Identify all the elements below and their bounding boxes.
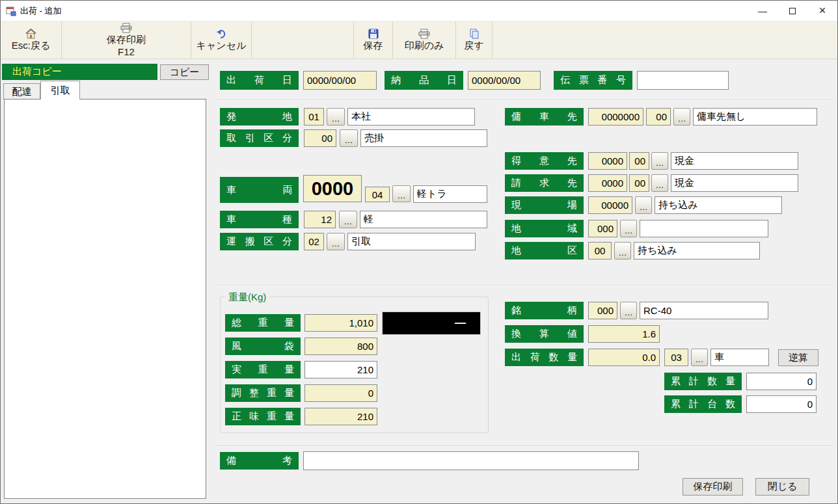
customer-code2-input[interactable] — [629, 152, 649, 170]
net-weight-label: 正味重量 — [225, 408, 301, 425]
vehicle-class-text-input[interactable] — [360, 211, 487, 228]
site-code-input[interactable] — [588, 196, 632, 214]
revert-label: 戻す — [464, 40, 483, 51]
home-icon — [25, 29, 36, 39]
vehicle-class-code-input[interactable] — [304, 211, 336, 228]
gross-weight-input[interactable] — [304, 314, 377, 332]
minimize-button[interactable]: — — [748, 1, 777, 21]
maximize-button[interactable] — [777, 1, 807, 21]
footer-close-button[interactable]: 閉じる — [755, 478, 809, 496]
trade-type-label: 取引区分 — [220, 129, 299, 147]
delivery-date-label: 納品日 — [385, 71, 463, 90]
tab-pickup[interactable]: 引取 — [40, 81, 80, 99]
window-title: 出荷 - 追加 — [20, 5, 62, 17]
printer-icon — [120, 23, 132, 33]
copy-button[interactable]: コピー — [160, 64, 209, 80]
vehicle-code-input[interactable] — [365, 187, 390, 202]
tare-weight-input[interactable] — [304, 338, 377, 355]
site-text-input[interactable] — [655, 196, 782, 214]
close-button[interactable]: × — [807, 1, 837, 21]
district-text-input[interactable] — [634, 242, 760, 259]
toolbar-spacer — [252, 21, 353, 59]
vehicle-class-label: 車種 — [220, 211, 299, 228]
customer-text-input[interactable] — [671, 152, 798, 170]
tab-delivery[interactable]: 配達 — [3, 83, 40, 99]
transport-type-text-input[interactable] — [347, 233, 476, 250]
charter-code2-input[interactable] — [646, 108, 671, 126]
vehicle-text-input[interactable] — [413, 185, 487, 203]
billing-code1-input[interactable] — [588, 174, 627, 192]
district-label: 地区 — [505, 242, 584, 259]
transport-type-code-input[interactable] — [304, 233, 324, 250]
transport-type-label: 運搬区分 — [220, 233, 299, 250]
trade-type-lookup-button[interactable]: … — [340, 129, 358, 147]
undo-icon — [216, 29, 226, 39]
cumulative-qty-input[interactable] — [746, 373, 817, 390]
billing-text-input[interactable] — [671, 174, 798, 192]
vehicle-class-lookup-button[interactable]: … — [339, 211, 357, 228]
trade-type-code-input[interactable] — [304, 129, 336, 147]
title-bar: 出荷 - 追加 — × — [1, 1, 837, 21]
billing-code2-input[interactable] — [629, 174, 649, 192]
origin-code-input[interactable] — [304, 108, 324, 126]
site-lookup-button[interactable]: … — [635, 196, 652, 214]
scale-display-value: — — [455, 317, 466, 330]
slip-number-input[interactable] — [637, 71, 729, 90]
brand-code-input[interactable] — [588, 302, 617, 319]
net-weight-input[interactable] — [304, 408, 377, 425]
save-button[interactable]: 保存 — [354, 21, 392, 59]
revert-button[interactable]: 戻す — [456, 21, 492, 59]
vehicle-label: 車両 — [220, 177, 299, 203]
vehicle-lookup-button[interactable]: … — [392, 185, 411, 202]
documents-icon — [469, 29, 480, 39]
origin-text-input[interactable] — [347, 108, 475, 126]
billing-lookup-button[interactable]: … — [651, 174, 668, 192]
cancel-label: キャンセル — [196, 40, 247, 51]
charter-lookup-button[interactable]: … — [673, 108, 690, 126]
transport-type-lookup-button[interactable]: … — [327, 233, 345, 250]
actual-weight-input[interactable] — [304, 361, 377, 378]
ship-qty-unit-lookup-button[interactable]: … — [691, 349, 708, 366]
ship-qty-label: 出荷数量 — [505, 349, 584, 366]
region-code-input[interactable] — [588, 220, 617, 237]
ship-qty-unit-code-input[interactable] — [664, 349, 688, 366]
trade-type-text-input[interactable] — [360, 129, 487, 147]
delivery-date-input[interactable] — [468, 71, 541, 90]
printer-icon — [418, 29, 430, 39]
print-only-button[interactable]: 印刷のみ — [393, 21, 455, 59]
ship-qty-input[interactable] — [588, 349, 660, 366]
copy-panel-header: 出荷コピー — [2, 64, 157, 80]
charter-text-input[interactable] — [693, 108, 817, 126]
ship-date-label: 出荷日 — [220, 71, 299, 90]
ship-qty-unit-text-input[interactable] — [710, 349, 769, 366]
region-label: 地域 — [505, 220, 584, 237]
brand-text-input[interactable] — [640, 302, 768, 319]
esc-back-button[interactable]: Esc:戻る — [1, 21, 61, 59]
cancel-button[interactable]: キャンセル — [191, 21, 251, 59]
origin-lookup-button[interactable]: … — [327, 108, 345, 126]
tare-weight-label: 風袋 — [225, 338, 301, 355]
adjust-weight-input[interactable] — [304, 384, 377, 402]
charter-code1-input[interactable] — [588, 108, 643, 126]
brand-lookup-button[interactable]: … — [620, 302, 637, 319]
region-lookup-button[interactable]: … — [620, 220, 637, 237]
site-label: 現場 — [505, 196, 584, 214]
region-text-input[interactable] — [640, 220, 768, 237]
conversion-input[interactable] — [588, 325, 660, 343]
cumulative-qty-label: 累計数量 — [664, 373, 742, 390]
district-code-input[interactable] — [588, 242, 612, 259]
remarks-input[interactable] — [303, 451, 639, 470]
floppy-icon — [368, 29, 379, 39]
cumulative-units-input[interactable] — [746, 395, 817, 413]
ship-date-input[interactable] — [303, 71, 377, 90]
save-print-toolbar-button[interactable]: 保存印刷 F12 — [62, 21, 191, 59]
conversion-label: 換算値 — [505, 325, 584, 343]
maximize-icon — [789, 8, 796, 14]
copy-list[interactable] — [4, 99, 206, 499]
vehicle-number-input[interactable] — [303, 175, 362, 202]
district-lookup-button[interactable]: … — [614, 242, 631, 259]
footer-save-print-button[interactable]: 保存印刷 — [683, 478, 743, 496]
customer-lookup-button[interactable]: … — [651, 152, 668, 170]
customer-code1-input[interactable] — [588, 152, 627, 170]
reverse-calc-button[interactable]: 逆算 — [778, 349, 818, 366]
